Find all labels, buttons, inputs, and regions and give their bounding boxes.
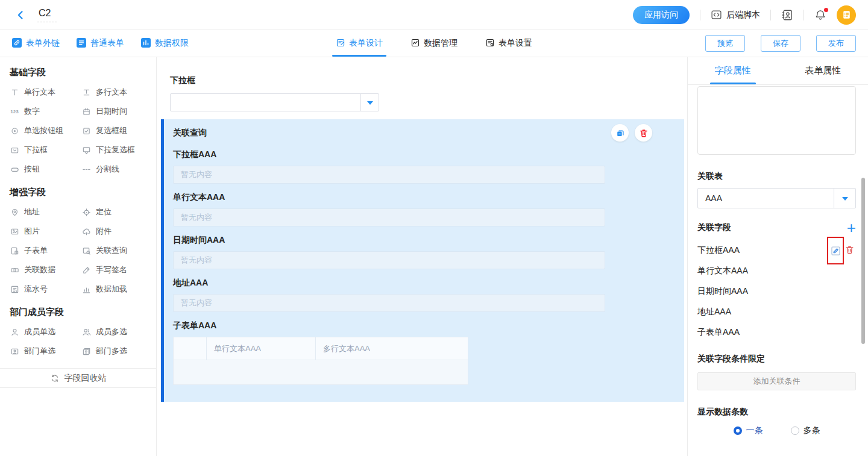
field-placeholder-input[interactable]: 暂无内容 xyxy=(173,251,605,269)
app-access-button[interactable]: 应用访问 xyxy=(633,6,690,24)
subform-icon xyxy=(10,246,19,255)
external-link-icon xyxy=(12,38,22,49)
member-single-icon xyxy=(10,327,19,337)
sidebar-item-dept-multi[interactable]: 部门多选 xyxy=(81,342,156,361)
save-button[interactable]: 保存 xyxy=(761,35,800,52)
divider-icon xyxy=(81,164,91,174)
sidebar-item-related-data[interactable]: 关联数据 xyxy=(10,260,81,280)
sidebar-item-data-load[interactable]: 数据加载 xyxy=(81,280,156,299)
normal-form-icon xyxy=(77,38,86,49)
related-query-icon xyxy=(81,246,91,255)
back-icon[interactable] xyxy=(14,9,27,21)
sidebar-item-serial-number[interactable]: 流水号 xyxy=(10,280,81,299)
delete-button[interactable] xyxy=(635,124,652,142)
section-title-dept-member-fields: 部门成员字段 xyxy=(10,307,156,318)
member-multi-icon xyxy=(81,327,91,337)
display-count-radio-group: 一条 多条 xyxy=(697,425,856,436)
chevron-down-icon xyxy=(360,94,379,111)
dropdown-multi-icon xyxy=(81,145,91,155)
sidebar-item-location[interactable]: 定位 xyxy=(81,202,156,222)
sidebar-item-address[interactable]: 地址 xyxy=(10,202,81,222)
sidebar-item-multi-line-text[interactable]: 多行文本 xyxy=(81,83,156,102)
contacts-icon[interactable] xyxy=(781,9,793,21)
sidebar-item-checkbox-group[interactable]: 复选框组 xyxy=(81,121,156,140)
notification-bell-icon[interactable] xyxy=(814,9,826,21)
sidebar-item-datetime[interactable]: 日期时间 xyxy=(81,102,156,121)
copy-button[interactable] xyxy=(611,124,629,142)
delete-field-button[interactable] xyxy=(844,245,855,257)
sidebar-item-single-line-text[interactable]: 单行文本 xyxy=(10,83,81,102)
dropdown-field-select[interactable] xyxy=(170,93,379,111)
attachment-icon xyxy=(81,226,91,236)
subform-column-header: 多行文本AAA xyxy=(316,337,468,360)
multi-line-text-icon xyxy=(81,87,91,97)
tab-form-design[interactable]: 表单设计 xyxy=(336,30,383,57)
sidebar-item-image[interactable]: 图片 xyxy=(10,222,81,241)
related-field-item[interactable]: 子表单AAA xyxy=(697,326,856,339)
subform-header-row: 单行文本AAA 多行文本AAA xyxy=(174,337,468,360)
panel-scrollbar[interactable] xyxy=(861,178,865,344)
sidebar-item-member-multi[interactable]: 成员多选 xyxy=(81,322,156,342)
dept-single-icon xyxy=(10,346,19,356)
normal-form-button[interactable]: 普通表单 xyxy=(77,38,124,49)
field-description-textarea[interactable] xyxy=(697,86,856,155)
add-related-field-icon[interactable]: + xyxy=(847,222,856,234)
sidebar-item-member-single[interactable]: 成员单选 xyxy=(10,322,81,342)
sidebar-item-divider[interactable]: 分割线 xyxy=(81,160,156,179)
block-field-datetime-aaa[interactable]: 日期时间AAA 暂无内容 xyxy=(173,235,684,269)
datetime-icon xyxy=(81,107,91,116)
sidebar-item-signature[interactable]: 手写签名 xyxy=(81,260,156,280)
panel-content: 关联表 AAA 关联字段 + 下拉框AAA xyxy=(688,85,868,456)
tab-data-manage[interactable]: 数据管理 xyxy=(410,30,458,57)
toolbar: 表单外链 普通表单 数据权限 表单设计 xyxy=(0,30,868,57)
related-field-item[interactable]: 地址AAA xyxy=(697,306,856,318)
sidebar-item-radio-group[interactable]: 单选按钮组 xyxy=(10,121,81,140)
field-recycle-bin-button[interactable]: 字段回收站 xyxy=(0,368,156,388)
related-table-select[interactable]: AAA xyxy=(697,188,856,208)
related-data-icon xyxy=(10,265,19,275)
sidebar-item-dept-single[interactable]: 部门单选 xyxy=(10,342,81,361)
sidebar-item-related-query[interactable]: 关联查询 xyxy=(81,241,156,260)
related-field-item[interactable]: 日期时间AAA xyxy=(697,286,856,298)
block-field-address-aaa[interactable]: 地址AAA 暂无内容 xyxy=(173,278,684,312)
selected-related-query-block[interactable]: 关联查询 下拉框AAA 暂无内容 单行文本AAA 暂无内容 xyxy=(161,119,684,402)
data-permission-button[interactable]: 数据权限 xyxy=(141,38,189,49)
user-avatar[interactable] xyxy=(837,5,856,25)
form-external-link-button[interactable]: 表单外链 xyxy=(12,38,60,49)
block-field-dropdown-aaa[interactable]: 下拉框AAA 暂无内容 xyxy=(173,149,684,184)
sidebar-item-button[interactable]: 按钮 xyxy=(10,160,81,179)
sidebar-item-dropdown[interactable]: 下拉框 xyxy=(10,140,81,160)
display-count-label: 显示数据条数 xyxy=(697,407,856,417)
dropdown-field-value xyxy=(171,94,360,111)
form-title-input[interactable]: C2 xyxy=(37,7,57,22)
section-title-enhanced-fields: 增强字段 xyxy=(10,187,156,198)
block-field-subform-aaa[interactable]: 子表单AAA 单行文本AAA 多行文本AAA xyxy=(173,320,684,385)
field-placeholder-input[interactable]: 暂无内容 xyxy=(173,208,605,226)
tab-field-properties[interactable]: 字段属性 xyxy=(688,57,778,84)
radio-option-multiple[interactable]: 多条 xyxy=(791,425,820,436)
sidebar-item-dropdown-multi[interactable]: 下拉复选框 xyxy=(81,140,156,160)
preview-button[interactable]: 预览 xyxy=(705,35,745,52)
data-load-icon xyxy=(81,284,91,294)
tab-form-properties[interactable]: 表单属性 xyxy=(778,57,868,84)
field-placeholder-input[interactable]: 暂无内容 xyxy=(173,294,605,312)
radio-option-single[interactable]: 一条 xyxy=(734,425,763,436)
sidebar-item-attachment[interactable]: 附件 xyxy=(81,222,156,241)
tab-form-settings[interactable]: 表单设置 xyxy=(485,30,532,57)
block-field-single-line-aaa[interactable]: 单行文本AAA 暂无内容 xyxy=(173,192,684,226)
dropdown-field-label: 下拉框 xyxy=(170,75,687,86)
panel-tabs: 字段属性 表单属性 xyxy=(688,57,868,85)
dept-multi-icon xyxy=(81,346,91,356)
canvas-field-dropdown[interactable]: 下拉框 xyxy=(157,75,687,111)
related-field-item[interactable]: 下拉框AAA xyxy=(697,245,856,257)
sidebar-item-subform[interactable]: 子表单 xyxy=(10,241,81,260)
related-field-item[interactable]: 单行文本AAA xyxy=(697,265,856,277)
sidebar-item-number[interactable]: 123 数字 xyxy=(10,102,81,121)
field-placeholder-input[interactable]: 暂无内容 xyxy=(173,166,605,184)
backend-script-button[interactable]: 后端脚本 xyxy=(711,9,760,20)
add-condition-button[interactable]: 添加关联条件 xyxy=(697,372,856,390)
publish-button[interactable]: 发布 xyxy=(816,35,856,52)
related-table-label: 关联表 xyxy=(697,171,856,182)
address-icon xyxy=(10,207,19,217)
edit-field-button[interactable] xyxy=(830,245,841,257)
